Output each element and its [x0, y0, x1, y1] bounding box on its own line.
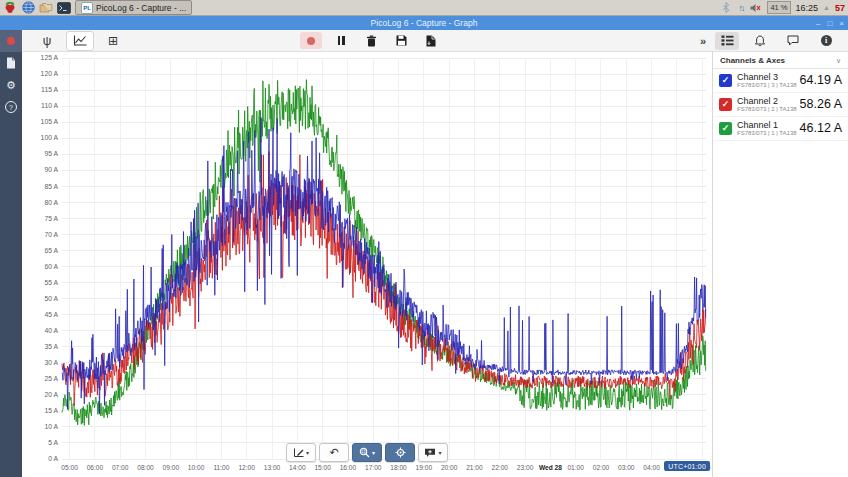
maximize-button[interactable]: □ [827, 19, 832, 28]
x-tick-label: 05:00 [61, 464, 78, 471]
record-icon [307, 37, 315, 45]
gear-icon: ⚙ [6, 79, 16, 92]
caret-down-icon: ▾ [438, 449, 441, 456]
channel-row-2[interactable]: ✓ Channel 2 FS783/073 | 2 | TA138 58.26 … [713, 93, 848, 117]
channels-axes-button[interactable] [715, 32, 739, 50]
table-icon: ⊞ [108, 35, 118, 47]
window-title: PicoLog 6 - Capture - Graph [371, 18, 478, 28]
usb-device-icon: ψ [43, 35, 52, 47]
x-tick-label: 19:00 [416, 464, 433, 471]
channel-3-value: 64.19 A [800, 73, 842, 87]
network-traffic-icon[interactable]: ↑↓ [738, 3, 743, 13]
pause-button[interactable] [330, 32, 352, 49]
y-tick-label: 45 A [44, 311, 58, 318]
bell-icon [754, 35, 766, 47]
expand-panel-button[interactable]: » [700, 35, 706, 47]
annotations-button[interactable] [781, 32, 805, 50]
tab-graph[interactable] [66, 31, 94, 51]
alarms-button[interactable] [748, 32, 772, 50]
screen: PL PicoLog 6 - Capture - ... ↑↓ 41 % 16:… [0, 0, 848, 477]
zoom-mode-button[interactable]: ▾ [352, 443, 382, 462]
delete-capture-button[interactable] [360, 32, 382, 49]
y-tick-label: 10 A [44, 423, 58, 430]
tab-devices[interactable]: ψ [34, 32, 60, 50]
record-button[interactable] [300, 32, 322, 49]
y-tick-label: 105 A [41, 118, 59, 125]
axis-scale-icon [293, 448, 304, 458]
zoom-magnifier-icon [359, 447, 370, 458]
channels-list-icon [721, 35, 734, 46]
y-tick-label: 20 A [44, 391, 58, 398]
record-dot-icon [7, 37, 15, 45]
app-toolbar: ψ ⊞ [22, 30, 848, 52]
channel-1-name: Channel 1 [737, 120, 795, 130]
export-button[interactable] [420, 32, 442, 49]
y-tick-label: 115 A [41, 86, 58, 93]
cpu-monitor[interactable]: 41 % [767, 1, 790, 14]
y-tick-label: 65 A [44, 247, 58, 254]
volume-muted-icon[interactable] [748, 1, 762, 14]
help-icon: ? [5, 101, 17, 113]
y-tick-label: 35 A [44, 343, 58, 350]
channel-2-checkbox[interactable]: ✓ [719, 98, 732, 111]
x-tick-label: 07:00 [112, 464, 129, 471]
y-tick-label: 80 A [44, 199, 58, 206]
nav-capture-button[interactable] [0, 30, 22, 52]
x-tick-label: 23:00 [517, 464, 534, 471]
nav-help-button[interactable]: ? [0, 96, 22, 118]
x-tick-label: 09:00 [163, 464, 180, 471]
graph-area[interactable]: 0 A5 A10 A15 A20 A25 A30 A35 A40 A45 A50… [22, 52, 713, 477]
window-titlebar[interactable]: PicoLog 6 - Capture - Graph – □ × [0, 16, 848, 30]
channel-row-3[interactable]: ✓ Channel 3 FS783/073 | 3 | TA138 64.19 … [713, 69, 848, 93]
y-tick-label: 25 A [44, 375, 58, 382]
channel-3-checkbox[interactable]: ✓ [719, 74, 732, 87]
channels-axes-panel: Channels & Axes ∨ ✓ Channel 3 FS783/073 … [713, 52, 848, 477]
y-tick-label: 95 A [44, 150, 58, 157]
pan-mode-button[interactable] [385, 443, 415, 462]
y-tick-label: 125 A [41, 54, 59, 61]
terminal-icon[interactable] [57, 1, 71, 14]
save-button[interactable] [390, 32, 412, 49]
pan-crosshair-icon [395, 447, 406, 458]
x-tick-label: 22:00 [492, 464, 509, 471]
x-tick-label: 18:00 [390, 464, 407, 471]
axis-scaling-button[interactable]: ▾ [286, 443, 316, 462]
channel-3-name: Channel 3 [737, 72, 795, 82]
series-channel-3 [62, 117, 706, 414]
os-taskbar: PL PicoLog 6 - Capture - ... ↑↓ 41 % 16:… [0, 0, 848, 16]
tab-table[interactable]: ⊞ [100, 32, 126, 50]
bluetooth-icon[interactable] [719, 1, 733, 14]
chevron-down-icon: ∨ [836, 57, 841, 65]
x-tick-label: 10:00 [188, 464, 205, 471]
nav-settings-button[interactable]: ⚙ [0, 74, 22, 96]
utc-offset-badge[interactable]: UTC+01:00 [664, 461, 710, 471]
channel-1-checkbox[interactable]: ✓ [719, 122, 732, 135]
undo-icon: ↶ [329, 447, 338, 458]
file-export-icon [426, 35, 436, 47]
x-tick-label: 15:00 [314, 464, 331, 471]
add-annotation-button[interactable]: ▾ [418, 443, 448, 462]
y-tick-label: 40 A [44, 327, 58, 334]
y-tick-label: 110 A [41, 102, 58, 109]
nav-files-button[interactable] [0, 52, 22, 74]
y-tick-label: 0 A [48, 455, 58, 462]
info-button[interactable]: i [814, 32, 838, 50]
clock[interactable]: 16:25 [796, 3, 819, 13]
raspberry-menu-icon[interactable] [3, 1, 17, 14]
web-browser-icon[interactable] [21, 1, 35, 14]
y-tick-label: 55 A [44, 279, 58, 286]
taskbar-window-button[interactable]: PL PicoLog 6 - Capture - ... [75, 0, 192, 15]
file-manager-icon[interactable] [39, 1, 53, 14]
capture-graph[interactable]: 0 A5 A10 A15 A20 A25 A30 A35 A40 A45 A50… [22, 52, 712, 477]
undo-zoom-button[interactable]: ↶ [319, 443, 349, 462]
close-button[interactable]: × [839, 19, 844, 28]
channel-row-1[interactable]: ✓ Channel 1 FS783/073 | 1 | TA138 46.12 … [713, 117, 848, 141]
comment-icon [787, 35, 799, 46]
x-tick-label: 20:00 [441, 464, 458, 471]
minimize-button[interactable]: – [816, 19, 820, 28]
x-tick-label: 04:00 [643, 464, 660, 471]
channels-panel-header[interactable]: Channels & Axes ∨ [713, 52, 848, 69]
y-tick-label: 5 A [48, 439, 58, 446]
x-tick-label: 14:00 [289, 464, 306, 471]
taskbar-window-label: PicoLog 6 - Capture - ... [96, 3, 186, 13]
